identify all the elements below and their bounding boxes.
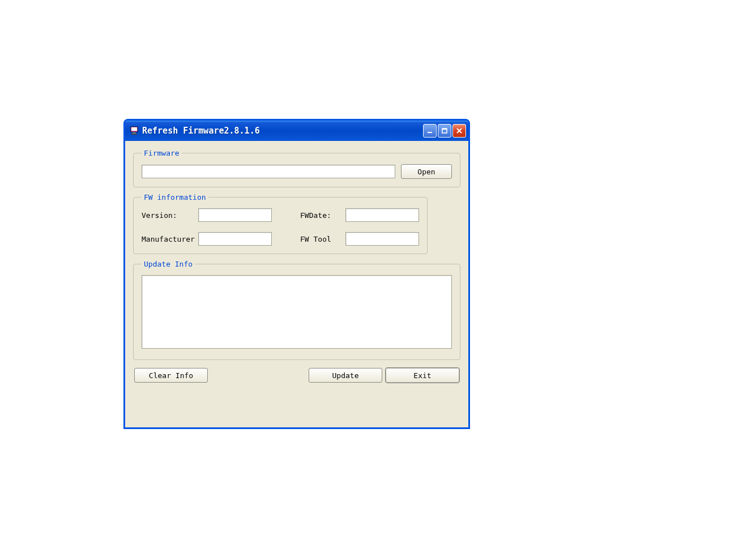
svg-rect-3 (131, 134, 137, 135)
fwdate-label: FWDate: (300, 211, 345, 220)
client-area: Firmware Open FW information Version: FW… (125, 141, 468, 427)
fwdate-value (345, 208, 419, 222)
app-icon (130, 126, 139, 135)
svg-rect-4 (428, 132, 432, 133)
svg-rect-2 (133, 132, 136, 134)
update-button[interactable]: Update (309, 368, 382, 383)
window-controls (423, 124, 466, 138)
update-info-text[interactable] (142, 275, 452, 349)
minimize-button[interactable] (423, 124, 437, 138)
firmware-group: Firmware Open (133, 149, 460, 187)
update-info-group: Update Info (133, 260, 460, 360)
fw-information-group: FW information Version: FWDate: Manufact… (133, 193, 428, 254)
exit-button[interactable]: Exit (386, 368, 459, 383)
bottom-button-row: Clear Info Update Exit (133, 368, 460, 383)
maximize-button[interactable] (438, 124, 451, 138)
clear-info-button[interactable]: Clear Info (134, 368, 208, 383)
app-window: Refresh Firmware2.8.1.6 Firmwar (123, 119, 470, 429)
svg-rect-1 (131, 127, 137, 131)
titlebar[interactable]: Refresh Firmware2.8.1.6 (125, 121, 468, 141)
manufacturer-label: Manufacturer (142, 235, 198, 243)
firmware-legend: Firmware (142, 149, 182, 157)
svg-rect-6 (442, 128, 447, 130)
fwtool-value (345, 232, 419, 246)
open-button[interactable]: Open (401, 164, 452, 179)
update-info-legend: Update Info (142, 260, 195, 268)
fw-information-legend: FW information (142, 193, 208, 202)
manufacturer-value (198, 232, 272, 246)
version-label: Version: (142, 211, 198, 220)
firmware-path-input[interactable] (142, 165, 395, 178)
window-title: Refresh Firmware2.8.1.6 (142, 126, 423, 136)
version-value (198, 208, 272, 222)
fwtool-label: FW Tool (300, 235, 345, 243)
close-button[interactable] (452, 124, 466, 138)
